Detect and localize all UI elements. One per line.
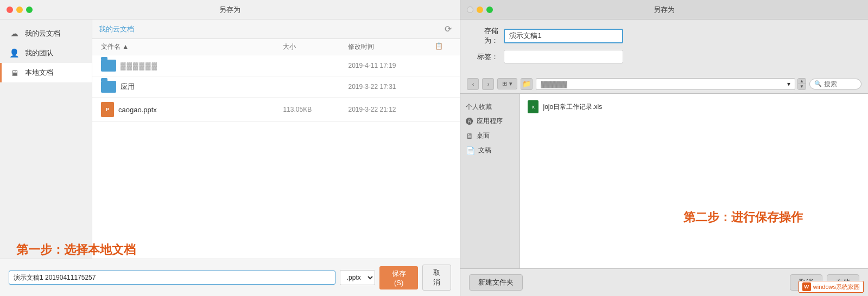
file-rows: ▓▓▓▓▓▓ 2019-4-11 17:19 应用 2019-3-22 17:3… [92, 55, 460, 259]
file-date: 2019-3-22 21:12 [348, 106, 435, 113]
documents-icon: 📄 [466, 146, 475, 155]
left-file-main: 我的云文档 ⟳ 文件名 ▲ 大小 修改时间 📋 ▓▓▓▓▓▓ [92, 20, 460, 259]
right-file-area: X jojo日常工作记录.xls [520, 94, 868, 268]
left-content: ☁ 我的云文档 👤 我的团队 🖥 本地文档 我的云文档 ⟳ 文件名 ▲ [0, 20, 460, 259]
tags-input[interactable] [504, 50, 623, 63]
file-name-cell: ▓▓▓▓▓▓ [101, 60, 283, 72]
sidebar-label-applications: 应用程序 [477, 117, 503, 126]
left-toolbar: 我的云文档 ⟳ [92, 20, 460, 39]
file-size: 113.05KB [283, 106, 348, 113]
col-date: 修改时间 [348, 42, 435, 52]
folder-icon [101, 81, 116, 93]
tags-label: 标签： [471, 52, 498, 62]
col-size: 大小 [283, 42, 348, 52]
location-down-arrow[interactable]: ▼ [798, 84, 806, 89]
folder-toolbar-icon: 📁 [522, 80, 531, 88]
col-filename: 文件名 ▲ [101, 42, 283, 52]
sidebar-item-documents[interactable]: 📄 文稿 [460, 143, 519, 158]
applications-icon: 🅐 [466, 117, 473, 126]
left-sidebar: ☁ 我的云文档 👤 我的团队 🖥 本地文档 [0, 20, 92, 259]
left-title-bar: 另存为 [0, 0, 460, 20]
save-button[interactable]: 保存(S) [379, 266, 419, 289]
table-row[interactable]: ▓▓▓▓▓▓ 2019-4-11 17:19 [92, 55, 460, 76]
right-toolbar: ‹ › ⊞ ▾ 📁 ▓▓▓▓▓▓ ▾ ▲ ▼ 🔍 [460, 74, 868, 94]
new-folder-button[interactable]: 新建文件夹 [469, 274, 523, 291]
sidebar-item-cloud[interactable]: ☁ 我的云文档 [0, 24, 92, 43]
search-box: 🔍 [809, 79, 861, 89]
save-filename-input[interactable] [504, 29, 623, 43]
maximize-button-left[interactable] [26, 7, 33, 13]
folder-icon [101, 60, 116, 72]
file-name-cell: P caogao.pptx [101, 102, 283, 117]
computer-icon: 🖥 [9, 67, 20, 78]
location-container: ▓▓▓▓▓▓ ▾ ▲ ▼ [536, 78, 806, 90]
right-sidebar: 个人收藏 🅐 应用程序 🖥 桌面 📄 文稿 [460, 94, 520, 268]
sidebar-item-local[interactable]: 🖥 本地文档 [0, 63, 92, 82]
minimize-button-right[interactable] [477, 7, 483, 13]
location-up-arrow[interactable]: ▲ [798, 79, 806, 85]
right-dialog-title: 另存为 [654, 5, 675, 15]
left-instruction-text: 第一步：选择本地文档 [16, 242, 136, 258]
watermark-icon: W [802, 282, 811, 291]
close-button-left[interactable] [7, 7, 13, 13]
view-icon: ⊞ [502, 80, 507, 87]
maximize-button-right[interactable] [486, 7, 493, 13]
left-save-dialog: 另存为 ☁ 我的云文档 👤 我的团队 🖥 本地文档 我的云文档 ⟳ [0, 0, 460, 296]
back-button[interactable]: ‹ [467, 78, 479, 90]
filename-input[interactable] [9, 271, 335, 285]
right-content: 个人收藏 🅐 应用程序 🖥 桌面 📄 文稿 X jojo日常工作记录.xls [460, 94, 868, 268]
search-input[interactable] [824, 80, 857, 88]
sidebar-item-desktop[interactable]: 🖥 桌面 [460, 128, 519, 143]
col-actions: 📋 [435, 42, 451, 52]
sidebar-label-local: 本地文档 [25, 68, 53, 78]
location-arrows: ▲ ▼ [797, 78, 806, 90]
team-icon: 👤 [9, 48, 20, 59]
cloud-icon: ☁ [9, 28, 20, 39]
file-name-label: jojo日常工作记录.xls [543, 102, 602, 112]
table-row[interactable]: P caogao.pptx 113.05KB 2019-3-22 21:12 [92, 98, 460, 122]
right-instruction-text: 第二步：进行保存操作 [683, 209, 803, 226]
location-dropdown[interactable]: ▓▓▓▓▓▓ ▾ [536, 78, 795, 90]
left-bottom-bar: .pptx 保存(S) 取消 [0, 259, 460, 296]
refresh-button[interactable]: ⟳ [442, 24, 453, 35]
search-icon: 🔍 [814, 80, 822, 87]
pptx-icon: P [101, 102, 114, 117]
desktop-icon: 🖥 [466, 132, 473, 140]
watermark: W windows系统家园 [799, 281, 864, 293]
right-form-section: 存储为： 标签： [460, 20, 868, 74]
location-dropdown-chevron: ▾ [787, 80, 790, 88]
sidebar-label-desktop: 桌面 [477, 131, 490, 140]
file-date: 2019-4-11 17:19 [348, 62, 435, 69]
sidebar-label-documents: 文稿 [478, 146, 491, 155]
tags-row: 标签： [471, 50, 857, 63]
sidebar-item-team[interactable]: 👤 我的团队 [0, 43, 92, 63]
xls-icon: X [528, 100, 538, 113]
file-list-header: 文件名 ▲ 大小 修改时间 📋 [92, 39, 460, 55]
location-name: ▓▓▓▓▓▓ [541, 81, 567, 87]
sidebar-item-applications[interactable]: 🅐 应用程序 [460, 114, 519, 128]
file-name-text: ▓▓▓▓▓▓ [121, 62, 158, 70]
cancel-button[interactable]: 取消 [422, 265, 451, 291]
traffic-lights-left [7, 7, 33, 13]
forward-button[interactable]: › [482, 78, 494, 90]
extension-select[interactable]: .pptx [340, 270, 375, 285]
close-button-right[interactable] [467, 7, 473, 13]
sidebar-section-favorites: 个人收藏 [460, 100, 519, 114]
right-title-bar: 另存为 [460, 0, 868, 20]
save-label: 存储为： [471, 26, 498, 46]
minimize-button-left[interactable] [16, 7, 23, 13]
left-dialog-title: 另存为 [219, 5, 240, 15]
new-folder-toolbar-button[interactable]: 📁 [521, 78, 533, 90]
file-name-text: 应用 [121, 82, 135, 92]
breadcrumb-text: 我的云文档 [99, 24, 134, 34]
view-toggle-button[interactable]: ⊞ ▾ [497, 78, 517, 89]
view-chevron: ▾ [509, 80, 512, 87]
sidebar-label-cloud: 我的云文档 [25, 29, 60, 38]
file-name-cell: 应用 [101, 81, 283, 93]
save-as-row: 存储为： [471, 26, 857, 46]
list-item[interactable]: X jojo日常工作记录.xls [524, 98, 864, 115]
traffic-lights-right [467, 7, 493, 13]
table-row[interactable]: 应用 2019-3-22 17:31 [92, 76, 460, 98]
right-save-dialog: 另存为 存储为： 标签： ‹ › ⊞ ▾ 📁 ▓▓▓▓▓▓ ▾ ▲ ▼ [460, 0, 868, 296]
file-date: 2019-3-22 17:31 [348, 83, 435, 91]
